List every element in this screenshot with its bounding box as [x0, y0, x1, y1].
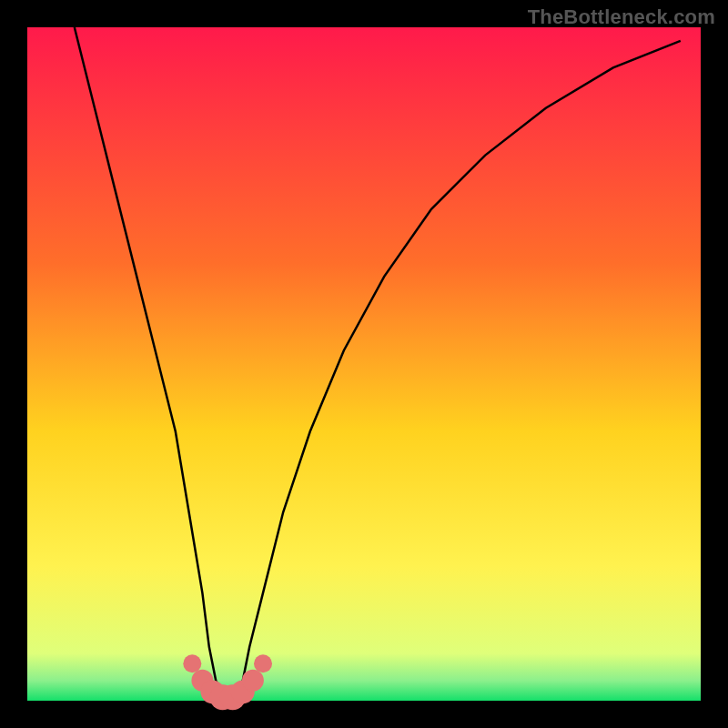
- watermark-text: TheBottleneck.com: [528, 5, 715, 29]
- marker-point: [254, 654, 272, 672]
- chart-frame: TheBottleneck.com: [0, 0, 728, 728]
- plot-background: [27, 27, 701, 701]
- marker-point: [183, 654, 201, 672]
- marker-point: [242, 670, 264, 692]
- bottleneck-chart: [0, 0, 728, 728]
